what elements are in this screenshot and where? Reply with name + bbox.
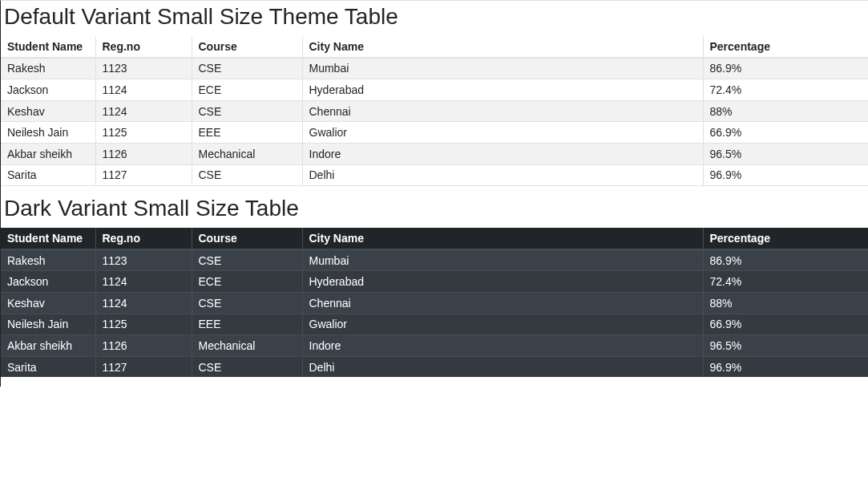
cell-pct: 86.9% — [703, 58, 868, 79]
section-heading-default: Default Variant Small Size Theme Table — [4, 4, 868, 30]
cell-city: Indore — [302, 335, 703, 357]
cell-reg: 1124 — [95, 292, 192, 314]
section-heading-dark: Dark Variant Small Size Table — [4, 196, 868, 221]
table-row: Keshav1124CSEChennai88% — [1, 292, 868, 314]
cell-reg: 1125 — [95, 122, 192, 144]
cell-course: ECE — [192, 271, 302, 293]
cell-city: Delhi — [302, 164, 703, 186]
table-row: Rakesh1123CSEMumbai86.9% — [1, 249, 868, 271]
cell-reg: 1127 — [95, 164, 192, 186]
cell-reg: 1123 — [95, 58, 192, 79]
cell-reg: 1126 — [95, 335, 192, 357]
cell-course: CSE — [192, 58, 302, 79]
cell-name: Sarita — [1, 164, 95, 186]
col-header-course: Course — [192, 228, 302, 249]
table-row: Keshav1124CSEChennai88% — [1, 100, 868, 122]
cell-course: CSE — [192, 100, 302, 122]
table-row: Neilesh Jain1125EEEGwalior66.9% — [1, 314, 868, 335]
table-default-variant: Student Name Reg.no Course City Name Per… — [1, 36, 868, 186]
col-header-student-name: Student Name — [1, 228, 95, 249]
cell-pct: 66.9% — [703, 314, 868, 335]
cell-name: Rakesh — [1, 58, 95, 79]
col-header-percentage: Percentage — [703, 228, 868, 249]
cell-reg: 1123 — [95, 249, 192, 271]
col-header-course: Course — [192, 36, 302, 58]
cell-course: CSE — [192, 356, 302, 377]
cell-name: Jackson — [1, 79, 95, 101]
cell-city: Mumbai — [302, 249, 703, 271]
cell-course: Mechanical — [192, 335, 302, 357]
cell-reg: 1124 — [95, 79, 192, 101]
table-row: Jackson1124ECEHyderabad72.4% — [1, 271, 868, 293]
col-header-student-name: Student Name — [1, 36, 95, 58]
cell-city: Chennai — [302, 292, 703, 314]
cell-course: CSE — [192, 292, 302, 314]
cell-name: Keshav — [1, 292, 95, 314]
cell-city: Mumbai — [302, 58, 703, 79]
cell-course: EEE — [192, 314, 302, 335]
cell-pct: 86.9% — [703, 249, 868, 271]
cell-course: CSE — [192, 164, 302, 186]
cell-name: Akbar sheikh — [1, 335, 95, 357]
cell-city: Hyderabad — [302, 79, 703, 101]
cell-pct: 96.9% — [703, 356, 868, 377]
cell-name: Akbar sheikh — [1, 143, 95, 164]
cell-pct: 66.9% — [703, 122, 868, 144]
table-header-row: Student Name Reg.no Course City Name Per… — [1, 228, 868, 249]
table-row: Sarita1127CSEDelhi96.9% — [1, 164, 868, 186]
table-row: Akbar sheikh1126MechanicalIndore96.5% — [1, 143, 868, 164]
cell-pct: 88% — [703, 292, 868, 314]
col-header-city-name: City Name — [302, 228, 703, 249]
cell-name: Rakesh — [1, 249, 95, 271]
cell-course: Mechanical — [192, 143, 302, 164]
cell-course: ECE — [192, 79, 302, 101]
cell-city: Gwalior — [302, 122, 703, 144]
cell-name: Sarita — [1, 356, 95, 377]
cell-reg: 1126 — [95, 143, 192, 164]
cell-city: Hyderabad — [302, 271, 703, 293]
cell-city: Indore — [302, 143, 703, 164]
cell-pct: 72.4% — [703, 79, 868, 101]
cell-city: Chennai — [302, 100, 703, 122]
col-header-reg-no: Reg.no — [95, 228, 192, 249]
cell-course: EEE — [192, 122, 302, 144]
table-row: Jackson1124ECEHyderabad72.4% — [1, 79, 868, 101]
cell-city: Gwalior — [302, 314, 703, 335]
cell-name: Neilesh Jain — [1, 314, 95, 335]
cell-city: Delhi — [302, 356, 703, 377]
col-header-percentage: Percentage — [703, 36, 868, 58]
table-row: Akbar sheikh1126MechanicalIndore96.5% — [1, 335, 868, 357]
cell-pct: 96.5% — [703, 143, 868, 164]
cell-name: Keshav — [1, 100, 95, 122]
table-row: Neilesh Jain1125EEEGwalior66.9% — [1, 122, 868, 144]
col-header-reg-no: Reg.no — [95, 36, 192, 58]
cell-pct: 96.9% — [703, 164, 868, 186]
table-row: Sarita1127CSEDelhi96.9% — [1, 356, 868, 377]
table-body-default: Rakesh1123CSEMumbai86.9%Jackson1124ECEHy… — [1, 58, 868, 186]
cell-pct: 96.5% — [703, 335, 868, 357]
cell-course: CSE — [192, 249, 302, 271]
table-row: Rakesh1123CSEMumbai86.9% — [1, 58, 868, 79]
cell-reg: 1124 — [95, 100, 192, 122]
table-header-row: Student Name Reg.no Course City Name Per… — [1, 36, 868, 58]
table-body-dark: Rakesh1123CSEMumbai86.9%Jackson1124ECEHy… — [1, 249, 868, 378]
cell-name: Jackson — [1, 271, 95, 293]
table-dark-variant: Student Name Reg.no Course City Name Per… — [1, 228, 868, 377]
cell-pct: 88% — [703, 100, 868, 122]
cell-reg: 1127 — [95, 356, 192, 377]
col-header-city-name: City Name — [302, 36, 703, 58]
cell-reg: 1125 — [95, 314, 192, 335]
cell-name: Neilesh Jain — [1, 122, 95, 144]
cell-reg: 1124 — [95, 271, 192, 293]
cell-pct: 72.4% — [703, 271, 868, 293]
